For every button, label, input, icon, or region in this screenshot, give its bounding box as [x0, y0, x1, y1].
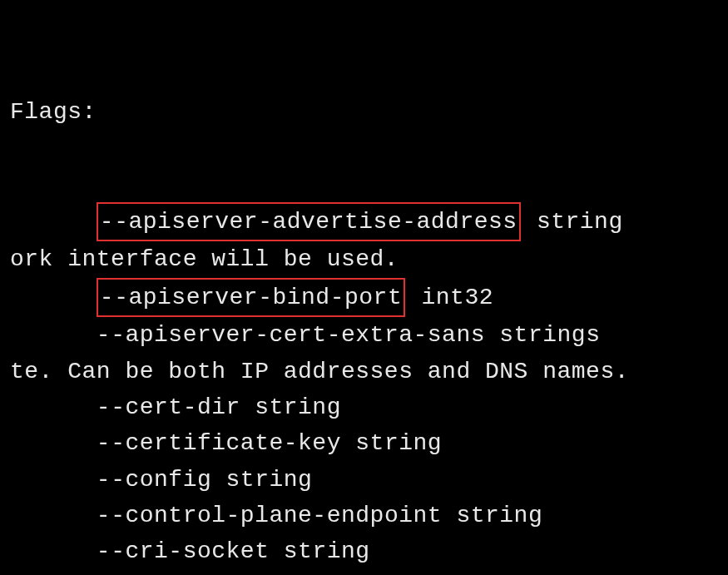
- terminal-line: --control-plane-endpoint string: [10, 498, 718, 533]
- terminal-line: --certificate-key string: [10, 425, 718, 461]
- flag-type: string: [522, 209, 623, 235]
- cli-flag: --certificate-key: [97, 430, 341, 456]
- flag-type: string: [269, 538, 369, 564]
- cli-flag: --cri-socket: [97, 538, 270, 564]
- flag-type: string: [240, 394, 341, 420]
- terminal-output: Flags: --apiserver-advertise-address str…: [10, 22, 718, 575]
- cli-flag: --config: [97, 467, 211, 493]
- flag-type: string: [442, 503, 542, 528]
- cli-flag: --apiserver-advertise-address: [97, 202, 521, 241]
- flag-type: int32: [407, 285, 493, 310]
- cli-flag: --control-plane-endpoint: [97, 503, 442, 528]
- terminal-line: --cert-dir string: [10, 389, 718, 425]
- terminal-line: --config string: [10, 462, 718, 498]
- cli-flag: --cert-dir: [97, 394, 240, 420]
- flag-type: string: [211, 467, 312, 493]
- cli-flag: --apiserver-bind-port: [97, 278, 405, 317]
- terminal-line: ork interface will be used.: [10, 241, 718, 277]
- cli-flag: --apiserver-cert-extra-sans: [97, 322, 485, 348]
- flags-lines: --apiserver-advertise-address stringork …: [10, 202, 718, 575]
- terminal-line: --apiserver-bind-port int32: [10, 278, 718, 317]
- flags-header: Flags:: [10, 94, 718, 130]
- terminal-line: this option only if you have more than o…: [10, 570, 718, 575]
- terminal-line: --cri-socket string: [10, 533, 718, 569]
- terminal-line: --apiserver-advertise-address string: [10, 202, 718, 241]
- terminal-line: te. Can be both IP addresses and DNS nam…: [10, 354, 718, 389]
- flag-type: string: [341, 430, 442, 456]
- terminal-line: --apiserver-cert-extra-sans strings: [10, 317, 718, 353]
- flag-type: strings: [485, 322, 600, 348]
